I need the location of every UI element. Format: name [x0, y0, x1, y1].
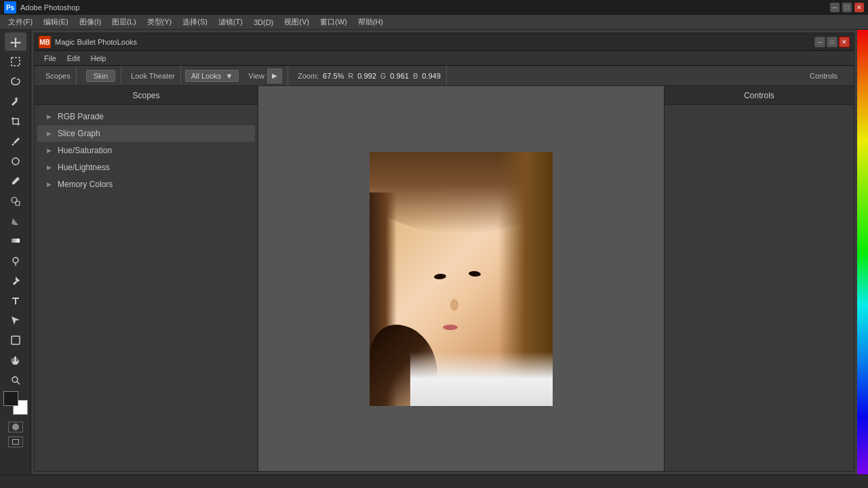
controls-toolbar-section: Controls — [799, 72, 848, 80]
portrait-shirt — [410, 352, 553, 406]
ps-menu-filter[interactable]: 滤镜(T) — [213, 16, 248, 28]
plugin-title-text: Magic Bullet PhotoLooks — [55, 38, 813, 46]
look-theater-label: Look Theater — [131, 72, 175, 80]
tool-eraser[interactable] — [5, 211, 26, 230]
quick-mask-button[interactable] — [8, 422, 23, 432]
play-button[interactable]: ▶ — [267, 68, 282, 83]
scope-item-rgb-parade[interactable]: ▶ RGB Parade — [37, 108, 255, 125]
ps-menu-3d[interactable]: 3D(D) — [248, 17, 279, 28]
tool-crop[interactable] — [5, 113, 26, 131]
ps-menu-image[interactable]: 图像(I) — [74, 16, 106, 28]
tool-healing[interactable] — [5, 152, 26, 170]
plugin-menu-help[interactable]: Help — [85, 53, 112, 64]
tool-shape[interactable] — [5, 331, 26, 350]
controls-panel-header: Controls — [665, 86, 854, 105]
plugin-titlebar: MB Magic Bullet PhotoLooks ─ □ ✕ — [35, 33, 854, 51]
ps-titlebar: Ps Adobe Photoshop ─ □ ✕ — [0, 0, 868, 15]
ps-close-button[interactable]: ✕ — [854, 3, 864, 12]
plugin-close-button[interactable]: ✕ — [839, 37, 850, 47]
svg-rect-0 — [12, 58, 20, 66]
tool-zoom[interactable] — [5, 371, 26, 389]
tool-eyedropper[interactable] — [5, 132, 26, 150]
photoshop-frame: Ps Adobe Photoshop ─ □ ✕ 文件(F) 编辑(E) 图像(… — [0, 0, 868, 488]
ps-statusbar — [0, 474, 868, 488]
portrait-lips — [443, 325, 458, 330]
ps-maximize-button[interactable]: □ — [842, 3, 852, 12]
plugin-window: MB Magic Bullet PhotoLooks ─ □ ✕ File Ed… — [34, 33, 854, 472]
scope-label-rgb-parade: RGB Parade — [58, 112, 104, 121]
b-value: 0.949 — [422, 72, 441, 80]
scope-item-memory-colors[interactable]: ▶ Memory Colors — [37, 176, 255, 192]
ps-menu-view[interactable]: 视图(V) — [279, 16, 315, 28]
tool-text[interactable] — [5, 291, 26, 310]
scope-arrow-hue-lightness: ▶ — [44, 163, 54, 172]
ps-logo: Ps — [4, 1, 16, 14]
plugin-menu-file[interactable]: File — [39, 53, 62, 64]
tool-select-rect[interactable] — [5, 52, 26, 70]
toolbar-scopes-section: Scopes — [40, 66, 77, 85]
tool-brush[interactable] — [5, 172, 26, 190]
svg-point-1 — [12, 158, 19, 165]
portrait-nose — [450, 299, 458, 311]
tool-lasso[interactable] — [5, 73, 26, 91]
ps-window-controls: ─ □ ✕ — [830, 3, 864, 12]
color-swatch-container — [3, 391, 28, 415]
foreground-color-swatch[interactable] — [3, 391, 18, 406]
plugin-menubar: File Edit Help — [35, 51, 854, 66]
b-label: B — [413, 72, 418, 80]
ps-menu-type[interactable]: 类型(Y) — [142, 16, 178, 28]
scope-label-hue-lightness: Hue/Lightness — [58, 163, 110, 172]
tool-clone[interactable] — [5, 192, 26, 210]
zoom-value: 67.5% — [323, 72, 344, 80]
svg-point-7 — [12, 377, 18, 382]
plugin-menu-edit[interactable]: Edit — [62, 53, 85, 64]
scopes-panel-header: Scopes — [35, 86, 258, 105]
toolbar-look-theater-section: Look Theater — [125, 66, 181, 85]
controls-header-label: Controls — [744, 91, 774, 100]
ps-menu-edit[interactable]: 编辑(E) — [38, 16, 74, 28]
tool-hand[interactable] — [5, 351, 26, 369]
tool-move[interactable] — [5, 33, 26, 51]
scope-item-hue-lightness[interactable]: ▶ Hue/Lightness — [37, 159, 255, 176]
tool-gradient[interactable] — [5, 232, 26, 250]
scope-label-memory-colors: Memory Colors — [58, 180, 113, 189]
ps-minimize-button[interactable]: ─ — [830, 3, 840, 12]
ps-menu-layer[interactable]: 图层(L) — [106, 16, 141, 28]
skin-tab-button[interactable]: Skin — [86, 70, 115, 82]
ps-menu-help[interactable]: 帮助(H) — [353, 16, 389, 28]
play-icon: ▶ — [272, 72, 277, 79]
ps-menu-file[interactable]: 文件(F) — [3, 16, 38, 28]
g-value: 0.961 — [390, 72, 409, 80]
svg-text:MB: MB — [39, 39, 50, 46]
view-label: View — [248, 72, 264, 80]
preview-area — [258, 86, 664, 471]
ps-main-area: MB Magic Bullet PhotoLooks ─ □ ✕ File Ed… — [0, 30, 868, 474]
ps-menu-select[interactable]: 选择(S) — [177, 16, 213, 28]
plugin-maximize-button[interactable]: □ — [827, 37, 837, 47]
color-spectrum-strip — [857, 30, 868, 474]
plugin-content-area: Scopes ▶ RGB Parade ▶ Slice Graph — [35, 86, 854, 471]
scope-label-slice-graph: Slice Graph — [58, 129, 100, 138]
tool-path-select[interactable] — [5, 311, 26, 329]
r-value: 0.992 — [357, 72, 376, 80]
scope-arrow-rgb-parade: ▶ — [44, 112, 54, 121]
scope-arrow-hue-saturation: ▶ — [44, 146, 54, 155]
plugin-logo: MB — [39, 36, 51, 48]
scope-item-slice-graph[interactable]: ▶ Slice Graph — [37, 125, 255, 142]
scopes-panel: Scopes ▶ RGB Parade ▶ Slice Graph — [35, 86, 258, 471]
tool-dodge[interactable] — [5, 251, 26, 270]
g-label: G — [380, 72, 387, 80]
scope-item-hue-saturation[interactable]: ▶ Hue/Saturation — [37, 142, 255, 159]
ps-menu-window[interactable]: 窗口(W) — [315, 16, 353, 28]
all-looks-dropdown[interactable]: All Looks ▼ — [185, 70, 239, 82]
ps-menubar: 文件(F) 编辑(E) 图像(I) 图层(L) 类型(Y) 选择(S) 滤镜(T… — [0, 15, 868, 30]
screen-mode-button[interactable] — [8, 436, 23, 447]
all-looks-label: All Looks — [191, 72, 222, 80]
svg-point-5 — [13, 258, 18, 263]
plugin-minimize-button[interactable]: ─ — [814, 37, 825, 47]
controls-toolbar-label: Controls — [810, 72, 837, 80]
tool-magic-wand[interactable] — [5, 92, 26, 110]
tool-pen[interactable] — [5, 272, 26, 290]
zoom-label: Zoom: — [298, 72, 319, 80]
toolbar-skin-section: Skin — [81, 66, 121, 85]
